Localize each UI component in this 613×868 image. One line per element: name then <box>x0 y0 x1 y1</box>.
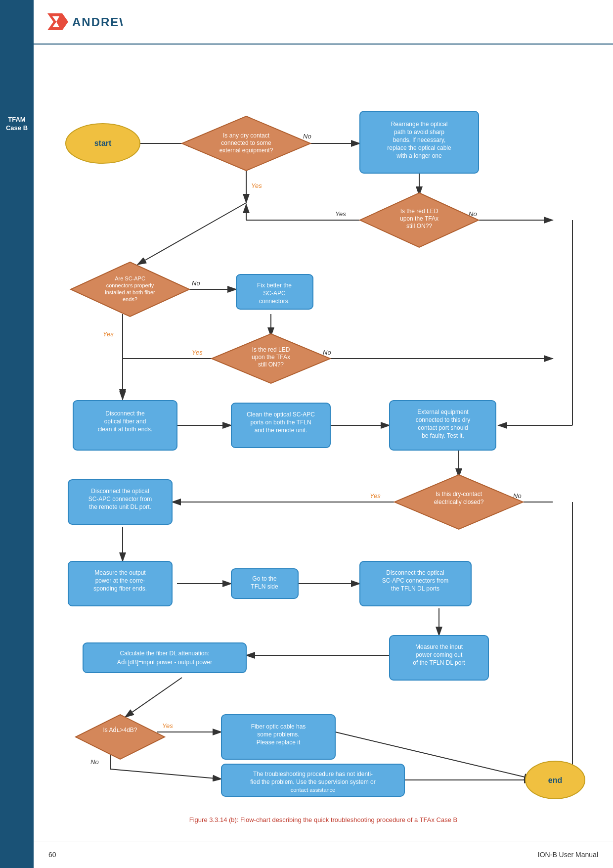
footer: 60 ION-B User Manual <box>34 841 613 868</box>
svg-text:connected to some: connected to some <box>221 139 271 146</box>
flowchart-area: No Yes Yes No No Yes Yes No Yes No <box>34 47 613 828</box>
svg-text:start: start <box>94 139 112 147</box>
figure-caption: Figure 3.3.14 (b): Flow-chart describing… <box>34 816 613 823</box>
svg-rect-81 <box>73 401 177 450</box>
svg-text:Is Aḋʟ>4dB?: Is Aḋʟ>4dB? <box>103 727 137 733</box>
svg-text:upon the TFAx: upon the TFAx <box>400 215 438 222</box>
svg-text:the TFLN DL ports: the TFLN DL ports <box>391 585 439 592</box>
svg-text:Fix better the: Fix better the <box>257 282 292 289</box>
svg-line-40 <box>125 678 182 717</box>
svg-text:No: No <box>192 279 200 287</box>
svg-line-45 <box>110 769 221 779</box>
svg-text:installed at both fiber: installed at both fiber <box>105 289 155 295</box>
svg-text:Measure the input: Measure the input <box>415 643 463 650</box>
header: ANDREW. <box>34 0 613 45</box>
svg-text:SC-APC connector from: SC-APC connector from <box>88 496 152 503</box>
svg-text:upon the TFAx: upon the TFAx <box>252 354 290 361</box>
svg-text:Yes: Yes <box>251 182 262 189</box>
svg-text:Yes: Yes <box>370 492 381 500</box>
svg-text:with a longer one: with a longer one <box>396 152 442 159</box>
svg-text:of the TFLN DL port: of the TFLN DL port <box>413 659 465 666</box>
svg-rect-116 <box>83 643 246 673</box>
flowchart-svg: No Yes Yes No No Yes Yes No Yes No <box>34 52 613 843</box>
svg-text:some problems.: some problems. <box>257 731 299 738</box>
footer-title: ION-B User Manual <box>538 851 598 859</box>
svg-text:No: No <box>323 349 331 356</box>
svg-text:Calculate the fiber DL attenua: Calculate the fiber DL attenuation: <box>120 650 209 657</box>
svg-text:ports on both the TFLN: ports on both the TFLN <box>250 419 311 426</box>
svg-text:still ON??: still ON?? <box>406 223 432 229</box>
svg-text:power coming out: power coming out <box>416 651 463 658</box>
svg-text:Rearrange the optical: Rearrange the optical <box>391 121 448 128</box>
footer-page: 60 <box>48 851 56 859</box>
svg-marker-0 <box>47 13 68 30</box>
svg-text:still ON??: still ON?? <box>258 361 284 368</box>
svg-text:Yes: Yes <box>103 330 114 338</box>
svg-text:Yes: Yes <box>162 722 173 730</box>
andrew-logo: ANDREW. <box>44 9 123 34</box>
svg-text:bends. If necessary,: bends. If necessary, <box>393 137 446 143</box>
svg-text:contact port should: contact port should <box>418 424 468 431</box>
svg-text:power at the corre-: power at the corre- <box>95 577 145 584</box>
svg-text:Measure the output: Measure the output <box>94 569 146 576</box>
svg-text:clean it at both ends.: clean it at both ends. <box>98 426 153 433</box>
svg-text:replace the optical cable: replace the optical cable <box>387 144 451 151</box>
svg-text:SC-APC connectors from: SC-APC connectors from <box>382 577 449 584</box>
svg-text:TFLN side: TFLN side <box>251 583 278 590</box>
svg-text:contact assistance: contact assistance <box>291 787 336 793</box>
svg-text:Go to the: Go to the <box>252 575 277 582</box>
svg-text:be faulty. Test it.: be faulty. Test it. <box>422 432 464 439</box>
svg-text:SC-APC: SC-APC <box>263 290 286 297</box>
svg-text:Yes: Yes <box>335 210 346 218</box>
svg-text:No: No <box>90 758 99 766</box>
svg-text:optical fiber and: optical fiber and <box>104 418 146 425</box>
svg-text:ANDREW.: ANDREW. <box>72 15 123 29</box>
svg-text:Clean the optical SC-APC: Clean the optical SC-APC <box>247 411 315 418</box>
svg-text:Is this dry-contact: Is this dry-contact <box>436 491 482 498</box>
svg-text:fied the problem. Use the supe: fied the problem. Use the supervision sy… <box>250 778 375 785</box>
svg-text:Please replace it: Please replace it <box>257 739 301 746</box>
svg-text:connected to this dry: connected to this dry <box>416 416 471 423</box>
svg-text:Are SC-APC: Are SC-APC <box>115 275 145 281</box>
svg-text:Aḋʟ[dB]=input power - output p: Aḋʟ[dB]=input power - output power <box>117 659 212 666</box>
svg-line-17 <box>137 203 246 265</box>
svg-text:end: end <box>548 776 562 784</box>
svg-text:Is the red LED: Is the red LED <box>400 208 438 215</box>
sidebar-label: TFAM Case B <box>0 114 34 135</box>
svg-text:Is the red LED: Is the red LED <box>252 346 290 353</box>
svg-text:electrically closed?: electrically closed? <box>434 499 484 505</box>
svg-text:sponding fiber ends.: sponding fiber ends. <box>93 585 147 592</box>
svg-text:No: No <box>303 133 311 140</box>
svg-text:external equipment?: external equipment? <box>219 147 273 154</box>
svg-text:the remote unit DL port.: the remote unit DL port. <box>89 503 151 510</box>
svg-text:Disconnect the optical: Disconnect the optical <box>386 569 444 576</box>
svg-text:The troubleshooting procedure : The troubleshooting procedure has not id… <box>253 771 373 777</box>
svg-text:and the remote unit.: and the remote unit. <box>255 427 307 434</box>
svg-text:connectors properly: connectors properly <box>106 282 154 288</box>
svg-text:Disconnect the optical: Disconnect the optical <box>91 488 149 495</box>
svg-text:Yes: Yes <box>192 349 203 356</box>
svg-marker-119 <box>76 715 165 759</box>
svg-text:ends?: ends? <box>123 296 137 302</box>
svg-text:connectors.: connectors. <box>259 298 290 305</box>
svg-text:Fiber optic cable has: Fiber optic cable has <box>251 723 306 730</box>
svg-text:Disconnect the: Disconnect the <box>105 410 145 417</box>
svg-text:External equipment: External equipment <box>417 409 469 415</box>
svg-text:Is any dry contact: Is any dry contact <box>223 132 270 139</box>
svg-text:path to avoid sharp: path to avoid sharp <box>394 129 444 136</box>
